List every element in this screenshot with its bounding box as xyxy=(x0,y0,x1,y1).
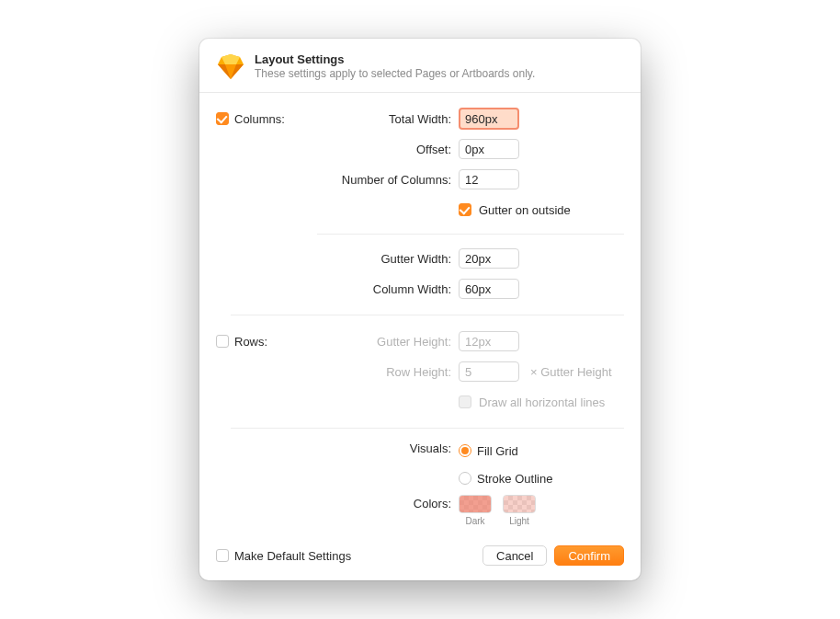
rows-section: Rows: Gutter Height: Row Height: × Gutte… xyxy=(216,328,624,429)
dialog-subtitle: These settings apply to selected Pages o… xyxy=(255,67,535,80)
visuals-section: Visuals: Fill Grid Stroke Outline Colors… xyxy=(216,441,624,526)
gutter-height-label: Gutter Height: xyxy=(317,335,459,349)
columns-checkbox[interactable] xyxy=(216,112,229,125)
stroke-outline-label: Stroke Outline xyxy=(477,472,552,486)
header-text: Layout Settings These settings apply to … xyxy=(255,52,535,80)
draw-horizontal-lines-checkbox xyxy=(459,395,471,408)
fill-grid-label: Fill Grid xyxy=(477,444,518,458)
cancel-button[interactable]: Cancel xyxy=(482,545,547,566)
draw-horizontal-lines-label: Draw all horizontal lines xyxy=(479,395,605,409)
total-width-label: Total Width: xyxy=(317,112,459,126)
gutter-on-outside-checkbox[interactable] xyxy=(459,203,471,216)
footer: Make Default Settings Cancel Confirm xyxy=(199,536,641,580)
dark-color-label: Dark xyxy=(465,516,484,526)
number-of-columns-label: Number of Columns: xyxy=(317,173,459,187)
column-width-label: Column Width: xyxy=(317,282,459,296)
gutter-height-input xyxy=(459,331,519,351)
light-color-label: Light xyxy=(509,516,529,526)
light-color-swatch[interactable] xyxy=(503,495,536,513)
make-default-label: Make Default Settings xyxy=(234,549,351,563)
gutter-on-outside-label: Gutter on outside xyxy=(479,203,571,217)
dialog-title: Layout Settings xyxy=(255,52,535,66)
divider xyxy=(231,428,624,429)
number-of-columns-input[interactable] xyxy=(459,169,519,189)
total-width-input[interactable] xyxy=(459,108,519,130)
dark-color-swatch[interactable] xyxy=(459,495,492,513)
visuals-label: Visuals: xyxy=(317,441,459,455)
row-height-suffix: × Gutter Height xyxy=(530,365,612,379)
fill-grid-radio[interactable] xyxy=(459,444,471,457)
layout-settings-panel: Layout Settings These settings apply to … xyxy=(199,39,641,580)
make-default-checkbox[interactable] xyxy=(216,549,229,562)
columns-label: Columns: xyxy=(234,112,285,126)
header: Layout Settings These settings apply to … xyxy=(199,39,641,93)
confirm-button[interactable]: Confirm xyxy=(554,545,624,566)
stroke-outline-radio[interactable] xyxy=(459,472,471,485)
offset-input[interactable] xyxy=(459,139,519,159)
rows-checkbox[interactable] xyxy=(216,335,229,348)
row-height-label: Row Height: xyxy=(317,365,459,379)
row-height-input xyxy=(459,361,519,382)
divider xyxy=(317,234,624,235)
offset-label: Offset: xyxy=(317,143,459,156)
rows-label: Rows: xyxy=(234,335,267,349)
divider xyxy=(231,315,624,315)
sketch-app-icon xyxy=(216,52,245,81)
gutter-width-input[interactable] xyxy=(459,248,519,269)
content: Columns: Total Width: Offset: Number of … xyxy=(199,93,641,536)
column-width-input[interactable] xyxy=(459,279,519,299)
colors-label: Colors: xyxy=(317,495,459,510)
gutter-width-label: Gutter Width: xyxy=(317,252,459,266)
columns-section: Columns: Total Width: Offset: Number of … xyxy=(216,106,624,315)
